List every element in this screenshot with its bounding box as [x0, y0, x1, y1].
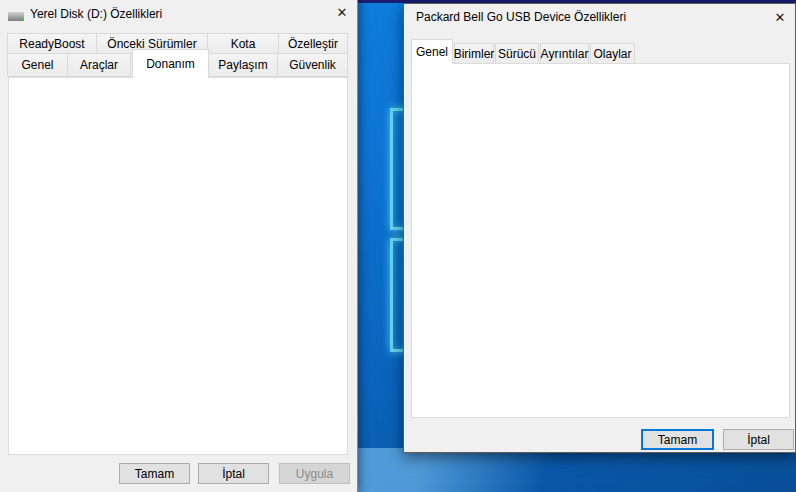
wallpaper-light-beam	[340, 448, 670, 492]
tab-genel[interactable]: Genel	[411, 39, 453, 64]
ok-button[interactable]: Tamam	[119, 463, 190, 484]
tab-paylasim[interactable]: Paylaşım	[208, 53, 278, 77]
close-icon[interactable]: ✕	[771, 10, 789, 26]
dialog-title: Yerel Disk (D:) Özellikleri	[30, 7, 162, 21]
close-icon[interactable]: ✕	[333, 5, 351, 21]
tab-genel[interactable]: Genel	[7, 53, 68, 77]
desktop: Yerel Disk (D:) Özellikleri ✕ ReadyBoost…	[0, 0, 796, 492]
tab-kota[interactable]: Kota	[207, 33, 279, 54]
tab-araclar[interactable]: Araçlar	[67, 53, 131, 77]
local-disk-properties-dialog: Yerel Disk (D:) Özellikleri ✕ ReadyBoost…	[0, 0, 358, 492]
tab-ozellestir[interactable]: Özelleştir	[278, 33, 348, 54]
apply-button[interactable]: Uygula	[279, 463, 350, 484]
usb-device-properties-dialog: Packard Bell Go USB Device Özellikleri ✕…	[403, 3, 796, 453]
tab-surucu[interactable]: Sürücü	[495, 43, 539, 64]
ok-button[interactable]: Tamam	[641, 429, 714, 450]
tab-guvenlik[interactable]: Güvenlik	[277, 53, 348, 77]
dialog-title: Packard Bell Go USB Device Özellikleri	[416, 10, 626, 24]
tab-olaylar[interactable]: Olaylar	[590, 43, 635, 64]
tab-ayrintilar[interactable]: Ayrıntılar	[540, 43, 589, 64]
cancel-button[interactable]: İptal	[723, 429, 794, 450]
cancel-button[interactable]: İptal	[198, 463, 269, 484]
disk-drive-icon	[8, 12, 24, 21]
general-tab-page	[411, 63, 790, 418]
tab-donanim[interactable]: Donanım	[132, 49, 209, 78]
hardware-tab-page	[8, 77, 348, 455]
tab-readyboost[interactable]: ReadyBoost	[7, 33, 97, 54]
tab-birimler[interactable]: Birimler	[454, 43, 494, 64]
